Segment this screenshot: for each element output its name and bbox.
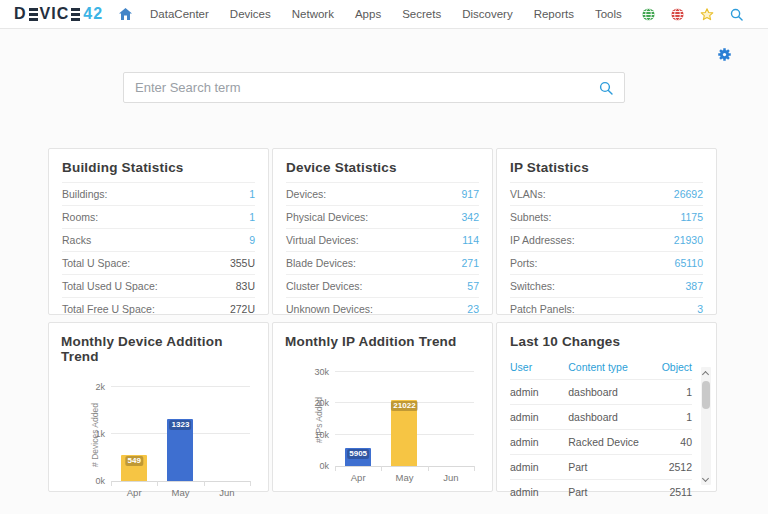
plot: 0k10k20k30k590521022	[335, 372, 474, 467]
nav-item-devices[interactable]: Devices	[230, 8, 271, 20]
stat-value[interactable]: 3	[697, 303, 703, 315]
stat-value: 83U	[236, 280, 255, 292]
column-header-user[interactable]: User	[510, 361, 568, 373]
chart-title: Monthly Device Addition Trend	[61, 332, 256, 371]
table-scrollbar[interactable]	[701, 367, 711, 485]
chart-plot-area: # Devices Added 0k1k2k5491323	[111, 387, 250, 482]
column-header-content-type[interactable]: Content type	[568, 361, 648, 373]
stat-value[interactable]: 1175	[680, 211, 703, 223]
stat-label: Devices:	[286, 188, 326, 200]
stat-label: Unknown Devices:	[286, 303, 373, 315]
stat-value[interactable]: 9	[249, 234, 255, 246]
stat-value[interactable]: 65110	[675, 257, 703, 269]
nav-item-datacenter[interactable]: DataCenter	[150, 8, 209, 20]
x-tick-label: May	[157, 487, 203, 498]
bar-may: 1323	[167, 419, 193, 481]
x-axis-tick	[204, 481, 205, 486]
device-statistics-card: Device Statistics Devices:917Physical De…	[272, 148, 493, 315]
nav-item-discovery[interactable]: Discovery	[462, 8, 512, 20]
cell-user: admin	[510, 486, 568, 498]
bar-slot-jun	[204, 387, 250, 481]
star-icon[interactable]	[700, 8, 714, 21]
column-header-object[interactable]: Object	[648, 361, 692, 373]
nav-item-secrets[interactable]: Secrets	[402, 8, 441, 20]
nav-menu: DataCenterDevicesNetworkAppsSecretsDisco…	[150, 8, 622, 20]
stat-value[interactable]: 23	[467, 303, 479, 315]
stat-row: Total Free U Space:272U	[62, 297, 255, 320]
nav-item-apps[interactable]: Apps	[355, 8, 381, 20]
ip-trend-chart-card: Monthly IP Addition Trend # IPs Added 0k…	[272, 322, 493, 492]
bar-apr: 549	[121, 455, 147, 481]
app-logo[interactable]: D VIC 42	[14, 5, 103, 23]
nav-item-network[interactable]: Network	[292, 8, 334, 20]
building-statistics-card: Building Statistics Buildings:1Rooms:1Ra…	[48, 148, 269, 315]
stat-value: 272U	[230, 303, 255, 315]
stat-row: Racks9	[62, 228, 255, 251]
search-icon[interactable]	[730, 8, 743, 21]
stat-row: Switches:387	[510, 274, 703, 297]
home-icon[interactable]	[119, 8, 132, 20]
stats-grid: Building Statistics Buildings:1Rooms:1Ra…	[48, 148, 717, 315]
stat-label: Total Used U Space:	[62, 280, 158, 292]
stat-row: Patch Panels:3	[510, 297, 703, 320]
stat-value[interactable]: 26692	[674, 188, 703, 200]
card-title: IP Statistics	[510, 158, 703, 182]
scroll-down-icon[interactable]	[703, 476, 709, 482]
table-body: admindashboard1admindashboard1adminRacke…	[510, 379, 692, 504]
x-axis-tick	[157, 481, 158, 486]
y-axis-label: # IPs Added	[314, 372, 324, 467]
stat-value: 355U	[230, 257, 255, 269]
stat-value[interactable]: 917	[461, 188, 479, 200]
card-title: Last 10 Changes	[510, 332, 704, 356]
search-submit-icon[interactable]	[599, 81, 613, 95]
stat-value[interactable]: 1	[249, 188, 255, 200]
x-tick-label: Apr	[111, 487, 157, 498]
nav-item-tools[interactable]: Tools	[595, 8, 622, 20]
y-tick-label: 20k	[314, 398, 329, 408]
x-axis-labels: AprMayJun	[111, 487, 250, 498]
plot: 0k1k2k5491323	[111, 387, 250, 482]
cell-object: 2511	[648, 486, 692, 498]
search-input[interactable]	[135, 80, 599, 95]
stat-row: Virtual Devices:114	[286, 228, 479, 251]
table-header-row: UserContent typeObject	[510, 356, 692, 379]
x-tick-label: Jun	[204, 487, 250, 498]
stat-row: Subnets:1175	[510, 205, 703, 228]
bar-slot-may: 1323	[157, 387, 203, 481]
device-trend-chart-card: Monthly Device Addition Trend # Devices …	[48, 322, 269, 492]
stat-value[interactable]: 57	[467, 280, 479, 292]
globe-red-icon[interactable]	[671, 8, 684, 21]
globe-green-icon[interactable]	[642, 8, 655, 21]
stat-row: Devices:917	[286, 182, 479, 205]
stat-value[interactable]: 21930	[674, 234, 703, 246]
stat-value[interactable]: 271	[461, 257, 479, 269]
table-row: admindashboard1	[510, 379, 692, 404]
stat-row: Total Used U Space:83U	[62, 274, 255, 297]
y-tick-label: 0k	[95, 476, 105, 486]
stat-value[interactable]: 1	[249, 211, 255, 223]
stat-value[interactable]: 387	[685, 280, 703, 292]
bar-slot-jun	[428, 372, 474, 466]
stat-value[interactable]: 342	[461, 211, 479, 223]
last-changes-card: Last 10 Changes UserContent typeObject a…	[496, 322, 717, 492]
settings-gear-icon[interactable]	[717, 47, 732, 62]
bar-value-label: 549	[125, 456, 142, 466]
bar-slot-apr: 5905	[335, 372, 381, 466]
table-row: admindashboard1	[510, 404, 692, 429]
scrollbar-thumb[interactable]	[702, 381, 710, 409]
stat-row: Blade Devices:271	[286, 251, 479, 274]
scroll-up-icon[interactable]	[703, 370, 709, 376]
stat-label: Rooms:	[62, 211, 98, 223]
stat-value[interactable]: 114	[462, 234, 479, 246]
bar-value-label: 5905	[347, 449, 369, 459]
bar-value-label: 1323	[170, 420, 192, 430]
chart-title: Monthly IP Addition Trend	[285, 332, 480, 356]
stat-label: Ports:	[510, 257, 537, 269]
nav-item-reports[interactable]: Reports	[534, 8, 574, 20]
y-tick-label: 1k	[95, 429, 105, 439]
stat-label: Buildings:	[62, 188, 108, 200]
stat-row: Buildings:1	[62, 182, 255, 205]
stat-label: Total U Space:	[62, 257, 130, 269]
logo-text: VIC	[40, 5, 70, 23]
logo-e-glyph	[29, 8, 38, 21]
